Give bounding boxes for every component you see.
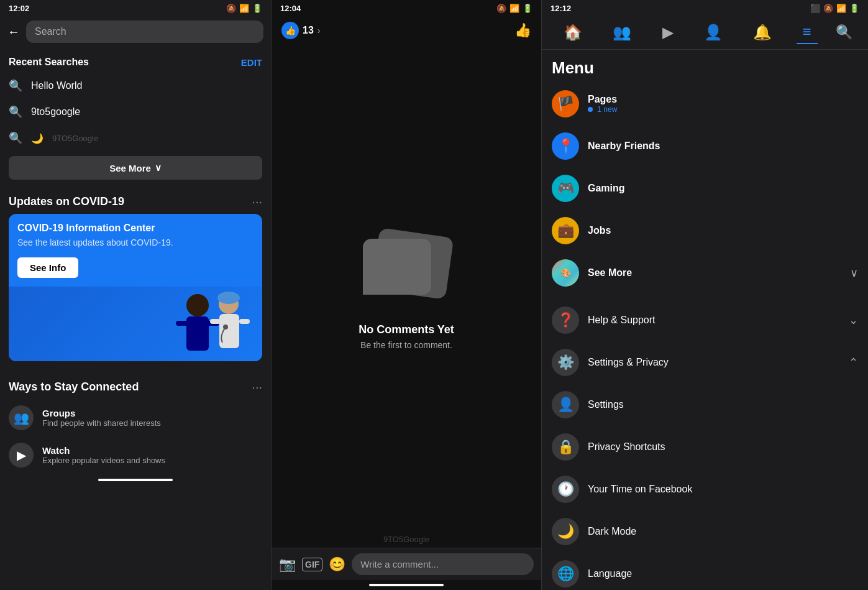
search-item-emoji: 🌙 xyxy=(31,132,43,144)
emoji-icon[interactable]: 😊 xyxy=(329,556,345,573)
menu-panel: 12:12 ⬛ 🔕 📶 🔋 🏠 👥 ▶ 👤 🔔 ≡ 🔍 Menu 🏴 Pages… xyxy=(542,0,868,590)
see-more-button[interactable]: See More ∨ xyxy=(9,156,262,180)
watermark-2: 9TO5Google xyxy=(272,531,541,548)
search-item-sub-3: 9TO5Google xyxy=(52,134,98,143)
battery-icon-3: 🔋 xyxy=(849,4,859,13)
chat-bubbles-illustration xyxy=(357,226,456,313)
ways-more-icon[interactable]: ··· xyxy=(252,380,262,394)
status-bar-1: 12:02 🔕 📶 🔋 xyxy=(0,0,271,16)
bell-nav-icon[interactable]: 🔔 xyxy=(747,21,778,44)
menu-title-row: Menu xyxy=(542,50,868,83)
svg-point-5 xyxy=(217,292,240,304)
menu-title: Menu xyxy=(552,58,594,78)
settings-icon: 👤 xyxy=(552,391,579,418)
pages-info: Pages 1 new xyxy=(588,94,858,114)
svg-rect-6 xyxy=(219,314,239,348)
gaming-icon: 🎮 xyxy=(552,175,579,202)
search-panel: 12:02 🔕 📶 🔋 ← Search Recent Searches EDI… xyxy=(0,0,272,590)
submenu-time-on-fb[interactable]: 🕐 Your Time on Facebook xyxy=(542,468,868,510)
search-item-3[interactable]: 🔍 🌙 9TO5Google xyxy=(0,125,271,151)
covid-illustration-svg xyxy=(9,287,262,361)
submenu-dark-mode[interactable]: 🌙 Dark Mode xyxy=(542,510,868,553)
menu-item-pages[interactable]: 🏴 Pages 1 new xyxy=(542,83,868,125)
help-support-expandable[interactable]: ❓ Help & Support xyxy=(542,299,868,341)
time-3: 12:12 xyxy=(550,4,571,13)
pages-name: Pages xyxy=(588,94,858,105)
friends-nav-icon[interactable]: 👥 xyxy=(606,21,637,44)
menu-item-see-more[interactable]: 🎨 See More ∨ xyxy=(542,252,868,294)
privacy-icon: 🔒 xyxy=(552,433,579,461)
covid-more-icon[interactable]: ··· xyxy=(252,195,262,209)
camera-icon[interactable]: 📷 xyxy=(279,556,296,573)
submenu-privacy[interactable]: 🔒 Privacy Shortcuts xyxy=(542,426,868,468)
watch-desc: Explore popular videos and shows xyxy=(42,456,165,465)
language-icon: 🌐 xyxy=(552,560,579,588)
see-more-name: See More xyxy=(588,267,841,279)
covid-card-desc: See the latest updates about COVID-19. xyxy=(17,237,254,247)
watch-text: Watch Explore popular videos and shows xyxy=(42,445,165,465)
search-item-1[interactable]: 🔍 Hello World xyxy=(0,73,271,99)
search-nav-icon[interactable]: 🔍 xyxy=(836,24,852,40)
groups-name: Groups xyxy=(42,408,161,418)
time-on-fb-label: Your Time on Facebook xyxy=(588,484,858,495)
like-icon: 👍 xyxy=(281,22,299,39)
gif-icon[interactable]: GIF xyxy=(302,558,322,571)
menu-item-nearby-friends[interactable]: 📍 Nearby Friends xyxy=(542,125,868,167)
groups-icon: 👥 xyxy=(9,405,34,430)
settings-privacy-expandable[interactable]: ⚙️ Settings & Privacy xyxy=(542,341,868,384)
search-input[interactable]: Search xyxy=(26,21,263,43)
no-comments-text: No Comments Yet Be the first to comment. xyxy=(359,323,454,350)
search-item-2[interactable]: 🔍 9to5google xyxy=(0,99,271,125)
help-chevron-icon xyxy=(849,313,858,327)
status-icons-2: 🔕 📶 🔋 xyxy=(496,4,532,13)
comments-header: 👍 13 › 👍 xyxy=(272,16,541,45)
search-item-text-2: 9to5google xyxy=(31,106,80,118)
covid-section-header: Updates on COVID-19 ··· xyxy=(0,185,271,214)
likes-section[interactable]: 👍 13 › xyxy=(281,22,320,39)
pages-badge: 1 new xyxy=(588,105,858,114)
pages-icon: 🏴 xyxy=(552,90,579,118)
language-label: Language xyxy=(588,568,858,579)
screenshot-icon: ⬛ xyxy=(810,4,820,13)
ways-item-groups[interactable]: 👥 Groups Find people with shared interes… xyxy=(0,399,271,436)
ways-item-watch[interactable]: ▶ Watch Explore popular videos and shows xyxy=(0,436,271,474)
status-bar-3: 12:12 ⬛ 🔕 📶 🔋 xyxy=(542,0,868,16)
thumb-up-icon[interactable]: 👍 xyxy=(514,22,531,39)
nearby-friends-info: Nearby Friends xyxy=(588,141,858,152)
menu-item-jobs[interactable]: 💼 Jobs xyxy=(542,210,868,252)
comment-input[interactable]: Write a comment... xyxy=(352,553,534,575)
status-icons-1: 🔕 📶 🔋 xyxy=(226,4,262,13)
edit-button[interactable]: EDIT xyxy=(241,57,262,68)
groups-desc: Find people with shared interests xyxy=(42,418,161,428)
comment-bar: 📷 GIF 😊 Write a comment... xyxy=(272,548,541,580)
time-1: 12:02 xyxy=(9,4,29,13)
svg-rect-7 xyxy=(210,319,221,324)
recent-title: Recent Searches xyxy=(9,57,89,68)
submenu-language[interactable]: 🌐 Language xyxy=(542,553,868,590)
wifi-icon-2: 📶 xyxy=(509,4,519,13)
video-nav-icon[interactable]: ▶ xyxy=(656,21,680,44)
chevron-down-icon: ∨ xyxy=(155,162,162,173)
menu-nav-icon[interactable]: ≡ xyxy=(797,21,818,44)
submenu-settings[interactable]: 👤 Settings xyxy=(542,384,868,426)
back-button[interactable]: ← xyxy=(7,25,20,39)
privacy-label: Privacy Shortcuts xyxy=(588,441,858,453)
search-icon-3: 🔍 xyxy=(9,131,22,145)
ways-section-header: Ways to Stay Connected ··· xyxy=(0,370,271,399)
menu-item-gaming[interactable]: 🎮 Gaming xyxy=(542,167,868,210)
covid-card-content: COVID-19 Information Center See the late… xyxy=(9,214,262,287)
dark-mode-label: Dark Mode xyxy=(588,526,858,537)
covid-illustration xyxy=(9,287,262,361)
gaming-info: Gaming xyxy=(588,183,858,194)
see-info-button[interactable]: See Info xyxy=(17,257,78,278)
wifi-icon: 📶 xyxy=(239,4,249,13)
svg-rect-8 xyxy=(239,319,250,324)
no-comments-sub: Be the first to comment. xyxy=(359,340,454,350)
home-nav-icon[interactable]: 🏠 xyxy=(557,21,588,44)
nearby-friends-icon: 📍 xyxy=(552,132,579,160)
profile-nav-icon[interactable]: 👤 xyxy=(698,21,729,44)
jobs-info: Jobs xyxy=(588,225,858,236)
help-label: Help & Support xyxy=(588,315,840,326)
gaming-name: Gaming xyxy=(588,183,858,194)
search-icon-2: 🔍 xyxy=(9,105,22,119)
